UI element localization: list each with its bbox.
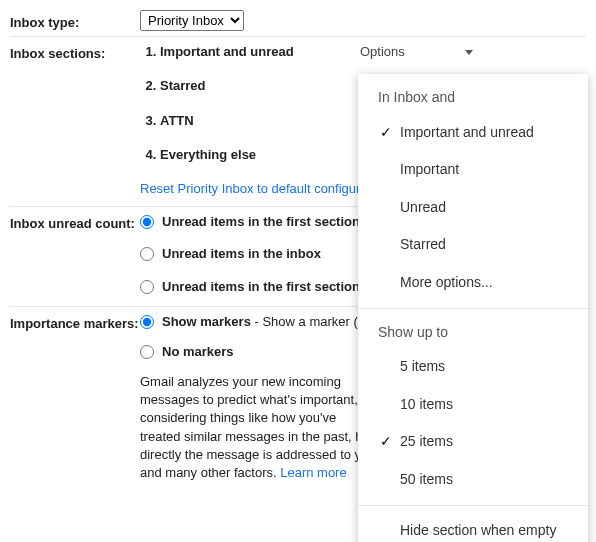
chevron-down-icon — [465, 50, 473, 55]
dropdown-hide-when-empty[interactable]: Hide section when empty — [358, 512, 588, 519]
importance-markers-label: Importance markers: — [10, 311, 140, 333]
show-markers-suffix: - Show a marker ( — [251, 314, 358, 329]
dropdown-count-5[interactable]: 5 items — [358, 348, 588, 386]
dropdown-filter-important[interactable]: Important — [358, 151, 588, 189]
unread-count-radio-inbox[interactable] — [140, 247, 154, 261]
no-markers-label: No markers — [162, 343, 234, 361]
dropdown-filter-starred[interactable]: Starred — [358, 226, 588, 264]
unread-count-radio-both[interactable] — [140, 280, 154, 294]
dropdown-filter-more-options[interactable]: More options... — [358, 264, 588, 302]
show-markers-label: Show markers — [162, 314, 251, 329]
check-icon: ✓ — [380, 123, 400, 143]
inbox-sections-label: Inbox sections: — [10, 41, 140, 63]
unread-count-option-label: Unread items in the first section — [162, 213, 360, 231]
no-markers-radio[interactable] — [140, 345, 154, 359]
unread-count-option-label: Unread items in the inbox — [162, 245, 321, 263]
dropdown-filter-unread[interactable]: Unread — [358, 189, 588, 227]
check-icon: ✓ — [380, 432, 400, 452]
dropdown-separator — [358, 505, 588, 506]
dropdown-count-10[interactable]: 10 items — [358, 386, 588, 424]
section-options-button[interactable]: Options — [360, 43, 473, 61]
dropdown-count-header: Show up to — [358, 315, 588, 349]
dropdown-filter-important-unread[interactable]: ✓ Important and unread — [358, 114, 588, 152]
dropdown-separator — [358, 308, 588, 309]
learn-more-link[interactable]: Learn more — [280, 465, 346, 480]
unread-count-radio-first-section[interactable] — [140, 215, 154, 229]
inbox-type-select[interactable]: Priority Inbox — [140, 10, 244, 31]
dropdown-count-25[interactable]: ✓ 25 items — [358, 423, 588, 461]
reset-inbox-link[interactable]: Reset Priority Inbox to default configur… — [140, 180, 389, 198]
inbox-type-label: Inbox type: — [10, 10, 140, 32]
dropdown-count-50[interactable]: 50 items — [358, 461, 588, 499]
section-options-menu: In Inbox and ✓ Important and unread Impo… — [358, 74, 588, 518]
unread-count-label: Inbox unread count: — [10, 211, 140, 233]
dropdown-filter-header: In Inbox and — [358, 80, 588, 114]
show-markers-radio[interactable] — [140, 315, 154, 329]
